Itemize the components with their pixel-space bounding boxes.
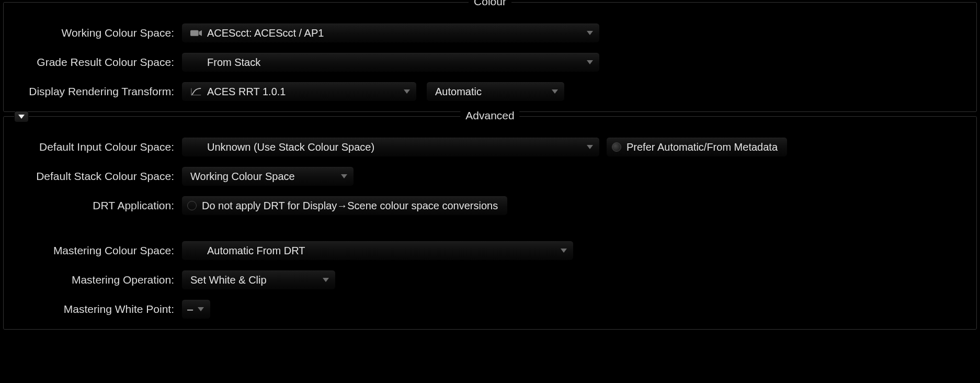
colour-legend: Colour (469, 0, 511, 8)
default-input-dropdown[interactable]: Unknown (Use Stack Colour Space) (181, 137, 600, 157)
row-display-rendering-transform: Display Rendering Transform: ACES RRT 1.… (4, 77, 976, 106)
mastering-white-point-label: Mastering White Point: (4, 303, 181, 316)
spacer-icon (190, 58, 202, 67)
row-mastering-colour-space: Mastering Colour Space: Automatic From D… (4, 236, 976, 265)
drt-mode-value: Automatic (435, 86, 543, 98)
chevron-down-icon (198, 307, 204, 311)
drt-mode-dropdown[interactable]: Automatic (426, 82, 565, 102)
mastering-colour-space-label: Mastering Colour Space: (4, 244, 181, 257)
grade-result-value: From Stack (207, 57, 578, 69)
default-stack-dropdown[interactable]: Working Colour Space (181, 166, 354, 186)
default-input-value: Unknown (Use Stack Colour Space) (207, 141, 578, 153)
row-default-input: Default Input Colour Space: Unknown (Use… (4, 132, 976, 162)
row-default-stack: Default Stack Colour Space: Working Colo… (4, 162, 976, 191)
chevron-down-icon (323, 278, 329, 282)
prefer-automatic-toggle[interactable]: Prefer Automatic/From Metadata (606, 137, 788, 157)
default-input-label: Default Input Colour Space: (4, 141, 181, 153)
row-grade-result: Grade Result Colour Space: From Stack (4, 48, 976, 77)
mastering-operation-label: Mastering Operation: (4, 274, 181, 286)
drt-value: ACES RRT 1.0.1 (207, 86, 395, 98)
row-mastering-white-point: Mastering White Point: – (4, 295, 976, 324)
chevron-down-icon (587, 145, 593, 149)
chevron-down-icon (561, 249, 567, 253)
chevron-down-icon (587, 60, 593, 64)
mastering-operation-value: Set White & Clip (190, 274, 314, 286)
chevron-down-icon (341, 174, 347, 178)
spacer-icon (190, 246, 202, 255)
chevron-down-icon (404, 89, 410, 94)
mastering-white-point-dropdown[interactable]: – (181, 299, 211, 319)
colour-section: Colour Working Colour Space: ACEScct: AC… (3, 2, 977, 112)
advanced-legend: Advanced (460, 109, 519, 122)
drt-application-label: DRT Application: (4, 199, 181, 212)
working-colour-space-dropdown[interactable]: ACEScct: ACEScct / AP1 (181, 23, 600, 43)
default-stack-label: Default Stack Colour Space: (4, 170, 181, 183)
advanced-section: Advanced Default Input Colour Space: Unk… (3, 116, 977, 330)
advanced-collapse-toggle[interactable] (14, 111, 29, 122)
row-drt-application: DRT Application: Do not apply DRT for Di… (4, 191, 976, 220)
radio-icon (612, 142, 621, 152)
drt-application-toggle[interactable]: Do not apply DRT for Display→Scene colou… (181, 196, 508, 216)
mastering-white-point-value: – (187, 303, 196, 316)
working-colour-space-label: Working Colour Space: (4, 27, 181, 39)
mastering-colour-space-value: Automatic From DRT (207, 245, 552, 257)
mastering-colour-space-dropdown[interactable]: Automatic From DRT (181, 241, 574, 261)
grade-result-label: Grade Result Colour Space: (4, 56, 181, 69)
chevron-down-icon (552, 89, 558, 94)
working-colour-space-value: ACEScct: ACEScct / AP1 (207, 27, 578, 39)
row-mastering-operation: Mastering Operation: Set White & Clip (4, 265, 976, 295)
drt-application-text: Do not apply DRT for Display→Scene colou… (202, 200, 498, 212)
curve-icon (190, 87, 202, 96)
drt-label: Display Rendering Transform: (4, 85, 181, 98)
chevron-down-icon (587, 31, 593, 35)
drt-dropdown[interactable]: ACES RRT 1.0.1 (181, 82, 417, 102)
prefer-automatic-label: Prefer Automatic/From Metadata (626, 141, 778, 153)
row-working-colour-space: Working Colour Space: ACEScct: ACEScct /… (4, 18, 976, 48)
chevron-down-icon (18, 115, 25, 119)
radio-icon (187, 201, 197, 210)
camera-icon (190, 28, 202, 38)
grade-result-dropdown[interactable]: From Stack (181, 52, 600, 72)
mastering-operation-dropdown[interactable]: Set White & Clip (181, 270, 336, 290)
spacer-icon (190, 142, 202, 152)
default-stack-value: Working Colour Space (190, 171, 333, 183)
